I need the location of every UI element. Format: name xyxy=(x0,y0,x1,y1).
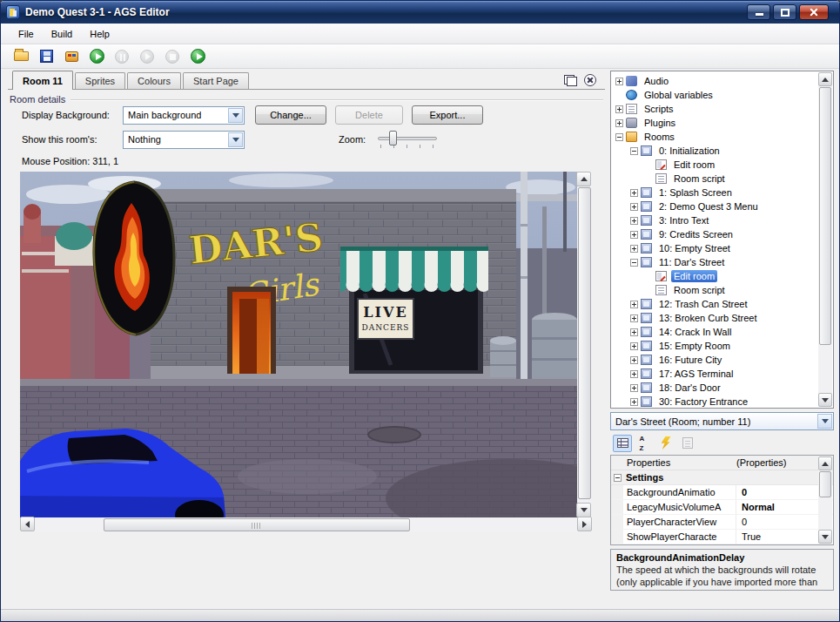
scroll-up-button[interactable] xyxy=(818,456,832,470)
expander-icon[interactable] xyxy=(630,370,638,378)
chevron-down-icon[interactable] xyxy=(817,414,832,429)
tree-item[interactable]: Room script xyxy=(612,283,818,297)
tree-item[interactable]: 13: Broken Curb Street xyxy=(612,311,818,325)
export-button[interactable]: Export... xyxy=(412,105,483,125)
tab-colours[interactable]: Colours xyxy=(127,72,181,89)
canvas-vscrollbar[interactable] xyxy=(577,172,592,517)
tree-item[interactable]: 18: Dar's Door xyxy=(612,381,818,395)
hscroll-thumb[interactable] xyxy=(104,518,410,531)
close-button[interactable] xyxy=(799,4,829,20)
menu-item-help[interactable]: Help xyxy=(81,25,118,43)
globe-icon xyxy=(626,90,637,100)
expander-icon[interactable] xyxy=(630,189,638,197)
chevron-down-icon[interactable] xyxy=(228,108,243,123)
tree-item[interactable]: 10: Empty Street xyxy=(612,241,818,255)
expander-icon[interactable] xyxy=(615,133,623,141)
category-settings[interactable]: Settings xyxy=(611,470,833,485)
tree-item[interactable]: 11: Dar's Street xyxy=(612,255,818,269)
tab-room-11[interactable]: Room 11 xyxy=(12,71,73,90)
run-button[interactable] xyxy=(87,47,106,66)
room-canvas[interactable]: DAR'S Girls xyxy=(20,172,577,517)
expander-icon[interactable] xyxy=(615,105,623,113)
tree-item[interactable]: 16: Future City xyxy=(612,353,818,367)
tree-item[interactable]: Rooms xyxy=(612,130,818,144)
scroll-right-button[interactable] xyxy=(577,517,592,531)
tree-item[interactable]: 3: Intro Text xyxy=(612,213,818,227)
zoom-slider[interactable] xyxy=(378,130,437,149)
scroll-down-button[interactable] xyxy=(818,530,832,544)
alphabetical-button[interactable] xyxy=(635,435,654,452)
open-button[interactable] xyxy=(11,47,30,66)
tree-item[interactable]: Global variables xyxy=(612,88,818,102)
expander-icon[interactable] xyxy=(630,231,638,239)
scroll-down-button[interactable] xyxy=(818,393,832,407)
maximize-button[interactable] xyxy=(773,4,796,20)
grid-scroll-thumb[interactable] xyxy=(819,471,831,497)
expander-icon[interactable] xyxy=(630,217,638,225)
tree-item[interactable]: Edit room xyxy=(612,158,818,172)
debug-button[interactable] xyxy=(188,47,207,66)
change-button[interactable]: Change... xyxy=(255,105,326,125)
content-area: Room 11SpritesColoursStart Page Room det… xyxy=(1,69,839,609)
tree-item[interactable]: Plugins xyxy=(612,116,818,130)
expander-icon[interactable] xyxy=(630,203,638,211)
property-row[interactable]: ShowPlayerCharacteTrue xyxy=(611,530,833,544)
scroll-left-button[interactable] xyxy=(20,517,35,531)
expander-icon[interactable] xyxy=(615,78,623,85)
tree-item[interactable]: 17: AGS Terminal xyxy=(612,367,818,381)
expander-icon[interactable] xyxy=(630,328,638,336)
categorized-button[interactable] xyxy=(613,435,632,452)
chevron-down-icon[interactable] xyxy=(228,132,243,147)
tree-item[interactable]: 9: Credits Screen xyxy=(612,227,818,241)
expander-icon[interactable] xyxy=(630,245,638,253)
save-button[interactable] xyxy=(37,47,56,66)
events-button[interactable] xyxy=(656,435,675,452)
tree-item[interactable]: 0: Initialization xyxy=(612,144,818,158)
scroll-down-button[interactable] xyxy=(576,503,591,517)
expander-icon[interactable] xyxy=(630,398,638,406)
menu-item-build[interactable]: Build xyxy=(43,25,81,43)
collapse-icon[interactable] xyxy=(614,474,622,482)
tree-item[interactable]: 14: Crack In Wall xyxy=(612,325,818,339)
property-row[interactable]: BackgroundAnimatio0 xyxy=(611,485,833,500)
expander-icon[interactable] xyxy=(630,342,638,350)
minimize-button[interactable] xyxy=(747,4,770,20)
tree-scrollbar[interactable] xyxy=(818,72,832,407)
scroll-up-button[interactable] xyxy=(818,72,832,86)
tree-item[interactable]: Audio xyxy=(612,74,818,88)
window-list-icon[interactable] xyxy=(564,75,577,86)
expander-icon[interactable] xyxy=(630,314,638,322)
expander-icon[interactable] xyxy=(630,259,638,267)
grid-scrollbar[interactable] xyxy=(818,456,832,544)
expander-icon[interactable] xyxy=(630,147,638,155)
tab-sprites[interactable]: Sprites xyxy=(75,72,125,89)
tree-item[interactable]: Room script xyxy=(612,172,818,186)
property-row[interactable]: PlayerCharacterView0 xyxy=(611,515,833,530)
tab-start-page[interactable]: Start Page xyxy=(183,72,249,89)
scroll-up-button[interactable] xyxy=(576,172,591,186)
title-bar[interactable]: Demo Quest 3-1 - AGS Editor xyxy=(1,1,839,24)
palette-button[interactable] xyxy=(62,47,81,66)
display-background-select[interactable]: Main background xyxy=(123,106,245,125)
property-row[interactable]: LegacyMusicVolumeANormal xyxy=(611,500,833,515)
expander-icon[interactable] xyxy=(630,301,638,308)
tree-item[interactable]: 1: Splash Screen xyxy=(612,186,818,199)
tree-item[interactable]: 2: Demo Quest 3 Menu xyxy=(612,199,818,213)
vscroll-thumb[interactable] xyxy=(578,187,591,499)
menu-item-file[interactable]: File xyxy=(10,25,43,43)
tree-item[interactable]: Edit room xyxy=(612,269,818,283)
show-rooms-select[interactable]: Nothing xyxy=(123,131,245,149)
object-selector[interactable]: Dar's Street (Room; number 11) xyxy=(610,412,834,430)
tree-item[interactable]: 12: Trash Can Street xyxy=(612,297,818,311)
close-tab-icon[interactable] xyxy=(584,74,596,86)
tree-item[interactable]: 15: Empty Room xyxy=(612,339,818,353)
zoom-slider-thumb[interactable] xyxy=(389,131,397,145)
tree-item[interactable]: Scripts xyxy=(612,102,818,116)
tree-item[interactable]: 30: Factory Entrance xyxy=(612,395,818,407)
tree-scroll-thumb[interactable] xyxy=(819,87,831,345)
canvas-hscrollbar[interactable] xyxy=(20,517,592,532)
expander-icon[interactable] xyxy=(630,384,638,392)
expander-icon[interactable] xyxy=(630,356,638,364)
zoom-slider-track[interactable] xyxy=(378,137,437,140)
expander-icon[interactable] xyxy=(615,119,623,127)
